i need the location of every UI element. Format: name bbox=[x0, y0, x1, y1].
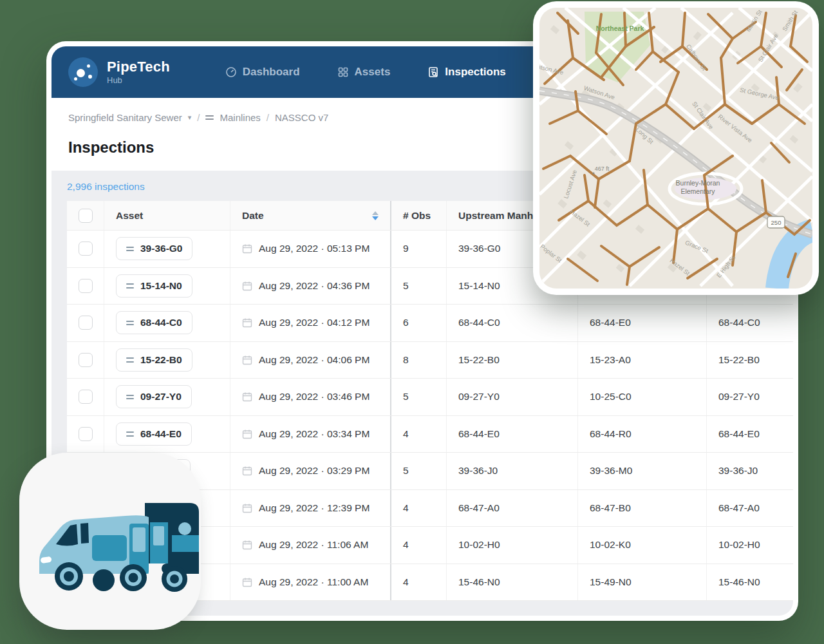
obs-count: 4 bbox=[391, 564, 447, 601]
date-cell: Aug 29, 2022 · 11:06 AM bbox=[230, 527, 391, 564]
mainline-icon bbox=[126, 318, 134, 328]
brand-name: PipeTech bbox=[107, 60, 170, 74]
inspection-datetime: Aug 29, 2022 · 04:36 PM bbox=[259, 280, 370, 292]
date-cell: Aug 29, 2022 · 03:29 PM bbox=[230, 453, 391, 489]
asset-cell: 68-44-E0 bbox=[104, 416, 230, 453]
manhole-3: 09-27-Y0 bbox=[707, 379, 793, 415]
row-checkbox[interactable] bbox=[79, 316, 93, 330]
asset-id: 15-14-N0 bbox=[140, 280, 182, 292]
manhole-3: 68-44-E0 bbox=[707, 416, 793, 453]
obs-count: 5 bbox=[391, 268, 447, 305]
row-checkbox[interactable] bbox=[79, 242, 93, 256]
row-checkbox[interactable] bbox=[79, 353, 93, 367]
calendar-icon bbox=[242, 317, 252, 328]
nav-assets[interactable]: Assets bbox=[337, 66, 391, 79]
calendar-icon bbox=[242, 429, 252, 439]
asset-chip[interactable]: 09-27-Y0 bbox=[116, 385, 192, 408]
school-label-2: Elementary bbox=[680, 187, 715, 195]
calendar-icon bbox=[242, 281, 252, 291]
upstream-manhole: 10-02-H0 bbox=[447, 527, 578, 564]
breadcrumb-separator: / bbox=[267, 112, 269, 123]
obs-count: 6 bbox=[391, 305, 447, 341]
grid-icon bbox=[337, 66, 349, 78]
chevron-down-icon[interactable]: ▾ bbox=[188, 113, 192, 122]
street-label: Hazel St bbox=[569, 208, 592, 228]
inspection-datetime: Aug 29, 2022 · 03:34 PM bbox=[259, 428, 370, 440]
table-row: 68-44-C0 Aug 29, 2022 · 04:12 PM 6 68-44… bbox=[67, 305, 793, 342]
pipe-network-map[interactable]: Northeast Park Watson Ave Watson Ave Mar… bbox=[539, 8, 812, 289]
street-label: Martin St bbox=[744, 8, 763, 33]
manhole-3: 68-44-C0 bbox=[707, 305, 793, 341]
calendar-icon bbox=[242, 577, 252, 587]
nav-inspections[interactable]: Inspections bbox=[427, 66, 505, 79]
row-checkbox-cell bbox=[67, 342, 104, 379]
calendar-icon bbox=[242, 466, 252, 476]
manhole-3: 39-36-J0 bbox=[707, 453, 793, 489]
obs-count: 8 bbox=[391, 342, 447, 379]
upstream-manhole: 68-44-E0 bbox=[447, 416, 578, 453]
street-label: Poplar St bbox=[539, 243, 563, 264]
breadcrumb-separator: / bbox=[197, 112, 200, 123]
manhole-2: 68-44-E0 bbox=[578, 305, 707, 341]
inspection-datetime: Aug 29, 2022 · 03:46 PM bbox=[259, 391, 370, 402]
upstream-manhole: 68-47-A0 bbox=[447, 490, 578, 527]
row-checkbox-cell bbox=[67, 379, 104, 415]
upstream-manhole: 15-46-N0 bbox=[447, 564, 578, 601]
map-card: Northeast Park Watson Ave Watson Ave Mar… bbox=[533, 1, 819, 295]
inspection-datetime: Aug 29, 2022 · 11:00 AM bbox=[259, 576, 368, 588]
row-checkbox[interactable] bbox=[79, 427, 93, 441]
row-checkbox-cell bbox=[67, 231, 104, 267]
row-checkbox[interactable] bbox=[79, 279, 93, 293]
asset-id: 68-44-E0 bbox=[140, 428, 182, 440]
manhole-2: 10-02-K0 bbox=[578, 527, 707, 564]
asset-chip[interactable]: 15-22-B0 bbox=[116, 348, 192, 372]
breadcrumb-template[interactable]: NASSCO v7 bbox=[275, 112, 328, 123]
park-label: Northeast Park bbox=[596, 24, 644, 32]
asset-chip[interactable]: 68-44-C0 bbox=[116, 311, 192, 334]
date-cell: Aug 29, 2022 · 04:36 PM bbox=[230, 268, 391, 305]
nav-label: Assets bbox=[355, 66, 391, 79]
pipetech-logo-icon bbox=[68, 57, 98, 87]
manhole-2: 10-25-C0 bbox=[578, 379, 707, 415]
upstream-manhole: 68-44-C0 bbox=[447, 305, 578, 341]
obs-count: 9 bbox=[391, 231, 447, 267]
row-checkbox-cell bbox=[67, 268, 104, 305]
asset-chip[interactable]: 15-14-N0 bbox=[116, 274, 192, 298]
select-all-checkbox[interactable] bbox=[79, 209, 93, 223]
table-row: 09-27-Y0 Aug 29, 2022 · 03:46 PM 5 09-27… bbox=[67, 379, 793, 416]
obs-count: 5 bbox=[391, 453, 447, 489]
asset-cell: 39-36-G0 bbox=[104, 231, 230, 267]
gauge-icon bbox=[225, 66, 237, 78]
asset-id: 09-27-Y0 bbox=[140, 391, 182, 402]
date-cell: Aug 29, 2022 · 04:06 PM bbox=[230, 342, 391, 379]
col-header-date[interactable]: Date bbox=[230, 201, 391, 230]
row-checkbox[interactable] bbox=[79, 390, 93, 404]
inspection-datetime: Aug 29, 2022 · 11:06 AM bbox=[259, 539, 368, 551]
map-scale-label: 467 ft bbox=[595, 166, 610, 172]
breadcrumb-section[interactable]: Mainlines bbox=[220, 112, 260, 123]
manhole-3: 15-22-B0 bbox=[707, 342, 793, 379]
manhole-2: 68-47-B0 bbox=[578, 490, 707, 527]
header-checkbox-cell bbox=[67, 201, 104, 230]
asset-id: 68-44-C0 bbox=[140, 317, 182, 328]
cctv-van-illustration bbox=[35, 498, 200, 598]
date-cell: Aug 29, 2022 · 05:13 PM bbox=[230, 231, 391, 267]
nav-dashboard[interactable]: Dashboard bbox=[225, 66, 300, 79]
sort-icon[interactable] bbox=[372, 211, 379, 220]
obs-count: 5 bbox=[391, 379, 447, 415]
mainline-icon bbox=[126, 355, 134, 365]
asset-chip[interactable]: 68-44-E0 bbox=[116, 422, 192, 446]
row-checkbox-cell bbox=[67, 305, 104, 341]
inspection-count-link[interactable]: 2,996 inspections bbox=[67, 171, 145, 201]
calendar-icon bbox=[242, 540, 252, 550]
table-row: 15-22-B0 Aug 29, 2022 · 04:06 PM 8 15-22… bbox=[67, 342, 793, 379]
asset-id: 39-36-G0 bbox=[140, 243, 182, 254]
asset-chip[interactable]: 39-36-G0 bbox=[116, 237, 192, 260]
breadcrumb-project[interactable]: Springfield Sanitary Sewer bbox=[68, 112, 182, 123]
inspection-datetime: Aug 29, 2022 · 05:13 PM bbox=[259, 243, 370, 254]
manhole-2: 68-44-R0 bbox=[578, 416, 707, 453]
main-nav: Dashboard Assets Inspections bbox=[225, 66, 506, 79]
mainline-icon bbox=[126, 430, 134, 439]
manhole-3: 15-46-N0 bbox=[707, 564, 793, 601]
obs-count: 4 bbox=[391, 416, 447, 453]
